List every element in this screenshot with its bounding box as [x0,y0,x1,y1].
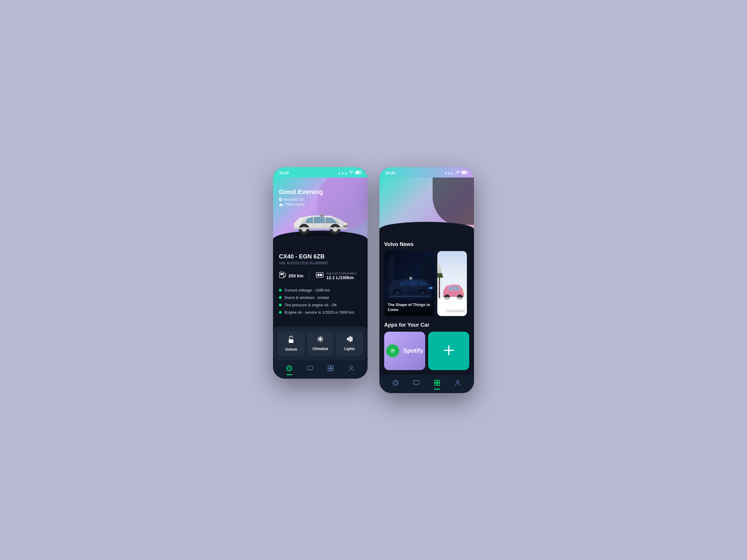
svg-rect-82 [414,380,419,384]
svg-rect-86 [437,383,440,385]
unlock-label: Unlock [285,347,297,351]
svg-point-42 [350,366,353,368]
svg-point-77 [394,381,397,384]
climatize-icon [317,336,324,344]
svg-rect-85 [434,383,437,385]
status-dot-2 [279,304,282,306]
status-item-3: Engine oil - service in 1/2020 or 5000 k… [279,309,362,316]
svg-rect-71 [437,300,467,316]
svg-rect-25 [289,339,293,343]
car-model: CX40 - EGN 6ZB [279,253,362,260]
nav-grid-1[interactable] [324,364,337,373]
svg-point-87 [457,380,459,383]
battery-icon-2 [462,171,468,175]
nav-profile-2[interactable] [451,378,465,387]
actions-row: Unlock Climatize [273,327,367,361]
teal-app-card[interactable] [428,332,469,370]
svg-rect-44 [462,171,466,174]
bottom-nav-2 [380,375,474,393]
nav-profile-1[interactable] [344,364,358,373]
nav-grid-2[interactable] [430,378,444,387]
app-cards: Spotify [384,332,469,370]
plus-symbol [443,344,455,357]
nav-home-1[interactable] [282,364,296,373]
status-item-0: Current mileage - 1088 km [279,287,362,294]
consumption-icon [315,271,324,281]
location: Roseville 12° [279,197,323,202]
unlock-button[interactable]: Unlock [278,331,305,356]
svg-rect-84 [437,380,440,382]
time-1: 10:20 [279,171,289,175]
svg-rect-40 [328,369,330,371]
svg-rect-83 [434,380,437,382]
news-title: Volvo News [384,241,469,247]
news-card-title-1: Connected [446,309,465,313]
spotify-app-card[interactable]: Spotify [384,332,425,370]
status-icons-2: ▲▲▲ [444,171,468,175]
status-list: Current mileage - 1088 km Doors & window… [279,287,362,316]
hero-wave-2 [380,222,474,237]
status-item-1: Doors & windows - locked [279,294,362,301]
news-section: Volvo News [380,237,474,318]
svg-point-19 [284,276,285,277]
svg-point-26 [319,338,321,340]
time-2: 10:20 [385,171,395,175]
lights-icon [346,336,353,344]
svg-rect-1 [356,171,360,174]
svg-rect-27 [347,338,348,340]
svg-point-60 [409,277,412,280]
fuel-icon [279,271,286,281]
spotify-row: Spotify [386,344,423,357]
status-dot-1 [279,296,282,299]
battery-icon [355,171,362,175]
svg-point-53 [430,287,432,289]
phones-container: 10:20 ▲▲▲ [273,167,474,393]
svg-rect-22 [320,274,322,276]
wifi-icon [349,171,354,175]
climatize-label: Climatize [313,347,328,351]
status-dot-3 [279,311,282,314]
nav-home-2[interactable] [389,378,403,387]
svg-rect-21 [318,274,319,276]
fuel-stat: 250 km [279,271,304,281]
nav-chat-2[interactable] [410,378,423,387]
status-bar-2: 10:20 ▲▲▲ [380,167,474,178]
status-icons-1: ▲▲▲ [338,171,362,175]
hero-meta: Roseville 12° Partly cloudy [279,197,323,207]
climatize-button[interactable]: Climatize [307,331,334,356]
spotify-circle [386,344,399,357]
svg-rect-45 [467,172,468,174]
greeting: Good Evening [279,188,323,196]
svg-rect-14 [343,225,347,228]
lights-button[interactable]: Lights [336,331,363,356]
hero-section: Good Evening Roseville 12° Partly cloudy [273,178,367,248]
signal-icon-2: ▲▲▲ [444,171,454,175]
hero-dark-blob [433,178,474,225]
svg-rect-38 [328,366,330,368]
status-item-2: Tire pressure & engine oil - OK [279,301,362,309]
hero-section-2 [380,178,474,237]
spotify-content: Spotify [386,344,423,357]
svg-rect-13 [345,223,347,225]
news-card-0[interactable]: The Shape of Things to Come [384,251,434,316]
svg-point-15 [320,214,323,217]
bottom-nav-1 [273,361,367,379]
svg-rect-37 [307,366,313,370]
svg-point-72 [462,291,465,293]
nav-chat-1[interactable] [303,364,317,373]
svg-rect-39 [331,366,333,368]
news-card-1[interactable]: Connected [437,251,467,316]
apps-section: Apps for Your Car [380,318,474,375]
apps-title: Apps for Your Car [384,322,469,328]
wifi-icon-2 [455,171,460,175]
news-card-overlay-0: The Shape of Things to Come [384,299,434,316]
hero-text: Good Evening Roseville 12° Partly cloudy [279,188,323,207]
svg-point-32 [288,367,291,370]
svg-rect-62 [439,275,440,298]
stats-divider [309,270,310,282]
lights-label: Lights [344,347,355,351]
car-vin: VIN: AUSYD-2019-JN-8896997 [279,261,362,265]
spotify-text: Spotify [403,347,423,354]
phone-1: 10:20 ▲▲▲ [273,167,367,379]
unlock-icon [288,336,294,345]
